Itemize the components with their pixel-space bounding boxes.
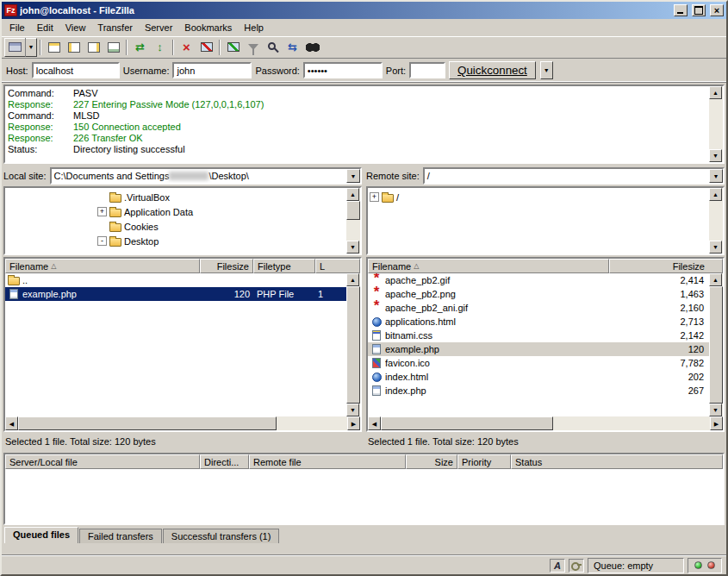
remote-list-hscrollbar[interactable]: ◀ ▶: [368, 416, 723, 430]
port-input[interactable]: [409, 62, 445, 78]
local-list-scrollbar[interactable]: ▲ ▼: [346, 273, 360, 416]
cancel-button[interactable]: ×: [177, 38, 196, 57]
quickconnect-button[interactable]: Quickconnect: [449, 61, 536, 79]
scroll-right-button[interactable]: ▶: [347, 416, 360, 430]
toggle-queue-button[interactable]: [103, 38, 123, 57]
menu-view[interactable]: View: [59, 20, 92, 35]
disconnect-button[interactable]: [196, 38, 216, 57]
menu-transfer[interactable]: Transfer: [91, 20, 139, 35]
tree-item[interactable]: +Application Data: [7, 204, 345, 219]
tree-expander[interactable]: +: [97, 207, 107, 216]
local-file-row[interactable]: ..: [5, 273, 360, 287]
find-button[interactable]: [302, 38, 322, 57]
tree-item[interactable]: Cookies: [7, 219, 345, 234]
refresh-button[interactable]: ⇄: [130, 38, 150, 57]
scroll-down-button[interactable]: ▼: [346, 241, 359, 254]
minimize-button[interactable]: [674, 4, 688, 16]
toggle-local-tree-button[interactable]: [64, 38, 84, 57]
local-site-combo[interactable]: C:\Documents and Settings\Desktop\ ▼: [50, 167, 362, 185]
filter-button[interactable]: [243, 38, 263, 57]
log-line: Response:226 Transfer OK: [8, 133, 706, 144]
php-file-icon: [372, 385, 381, 396]
sync-browsing-button[interactable]: ⇆: [283, 38, 302, 57]
tree-expander[interactable]: +: [370, 192, 379, 202]
scroll-left-button[interactable]: ◀: [5, 416, 18, 430]
encryption-indicator[interactable]: [569, 559, 584, 573]
toggle-remote-tree-button[interactable]: [84, 38, 103, 57]
username-input[interactable]: [172, 62, 252, 78]
menu-bookmarks[interactable]: Bookmarks: [178, 20, 238, 35]
scroll-up-button[interactable]: ▲: [346, 188, 359, 201]
remote-file-row[interactable]: applications.html2,713: [368, 315, 723, 329]
site-manager-dropdown[interactable]: ▼: [25, 38, 36, 57]
local-file-row-selected[interactable]: example.php 120 PHP File 1: [5, 287, 360, 301]
column-header-priority[interactable]: Priority: [457, 454, 511, 469]
password-input[interactable]: [303, 62, 383, 78]
local-site-dropdown[interactable]: ▼: [346, 169, 360, 183]
remote-tree-scrollbar[interactable]: ▲ ▼: [709, 188, 723, 254]
local-list-hscrollbar[interactable]: ◀ ▶: [5, 416, 360, 430]
tab-successful-transfers[interactable]: Successful transfers (1): [163, 529, 280, 543]
remote-site-combo[interactable]: / ▼: [423, 167, 725, 185]
queue-body[interactable]: [5, 469, 723, 523]
column-header-filename[interactable]: Filename△: [368, 259, 609, 273]
local-tree[interactable]: .VirtualBox +Application Data Cookies -D…: [3, 186, 362, 255]
disconnect-icon: [201, 42, 213, 52]
scroll-down-button[interactable]: ▼: [709, 149, 722, 162]
log-scrollbar[interactable]: ▲ ▼: [709, 86, 723, 162]
maximize-button[interactable]: [692, 4, 706, 16]
scroll-left-button[interactable]: ◀: [368, 416, 381, 430]
remote-tree[interactable]: +/ ▲ ▼: [366, 186, 725, 255]
scroll-down-button[interactable]: ▼: [709, 404, 722, 416]
column-header-server-local-file[interactable]: Server/Local file: [5, 454, 200, 469]
compare-button[interactable]: [263, 38, 283, 57]
column-header-filesize[interactable]: Filesize: [200, 259, 253, 273]
tree-item[interactable]: .VirtualBox: [7, 190, 345, 204]
site-manager-button[interactable]: ▼: [4, 38, 37, 57]
remote-site-dropdown[interactable]: ▼: [709, 169, 723, 183]
tree-item[interactable]: -Desktop: [7, 234, 345, 248]
local-tree-scrollbar[interactable]: ▲ ▼: [346, 188, 360, 254]
column-header-filesize[interactable]: Filesize: [609, 259, 723, 273]
remote-file-row[interactable]: *apache_pb2.gif2,414: [368, 273, 723, 287]
column-header-size[interactable]: Size: [406, 454, 457, 469]
remote-file-row[interactable]: index.html202: [368, 370, 723, 384]
tree-item[interactable]: +/: [370, 190, 707, 204]
reconnect-button[interactable]: [223, 38, 243, 57]
column-header-direction[interactable]: Directi...: [200, 454, 249, 469]
scroll-up-button[interactable]: ▲: [346, 273, 359, 286]
menu-file[interactable]: File: [3, 20, 31, 35]
remote-list-scrollbar[interactable]: ▲ ▼: [709, 273, 723, 416]
remote-file-list: Filename△ Filesize *apache_pb2.gif2,414 …: [366, 257, 725, 432]
tree-expander[interactable]: -: [97, 236, 107, 246]
scroll-right-button[interactable]: ▶: [710, 416, 723, 430]
scroll-down-button[interactable]: ▼: [346, 404, 359, 416]
close-button[interactable]: ×: [710, 4, 724, 16]
remote-file-row-selected[interactable]: example.php120: [368, 342, 723, 356]
transfer-type-indicator[interactable]: A: [550, 559, 565, 573]
remote-file-row[interactable]: *apache_pb2_ani.gif2,160: [368, 301, 723, 315]
remote-file-row[interactable]: bitnami.css2,142: [368, 329, 723, 342]
scroll-down-button[interactable]: ▼: [709, 241, 722, 254]
column-header-filetype[interactable]: Filetype: [253, 259, 315, 273]
column-header-modified[interactable]: L: [315, 259, 360, 273]
scroll-up-button[interactable]: ▲: [709, 86, 722, 99]
column-header-status[interactable]: Status: [511, 454, 723, 469]
remote-file-row[interactable]: *apache_pb2.png1,463: [368, 287, 723, 301]
process-queue-button[interactable]: ↕: [150, 38, 170, 57]
tab-failed-transfers[interactable]: Failed transfers: [79, 529, 162, 543]
menu-server[interactable]: Server: [139, 20, 178, 35]
remote-file-row[interactable]: favicon.ico7,782: [368, 356, 723, 370]
quickconnect-dropdown[interactable]: ▼: [540, 61, 553, 79]
tab-queued-files[interactable]: Queued files: [4, 527, 78, 543]
toggle-log-button[interactable]: [44, 38, 64, 57]
column-header-filename[interactable]: Filename△: [5, 259, 200, 273]
menu-help[interactable]: Help: [238, 20, 270, 35]
column-header-remote-file[interactable]: Remote file: [249, 454, 406, 469]
scroll-up-button[interactable]: ▲: [709, 273, 722, 286]
host-input[interactable]: [32, 62, 120, 78]
remote-file-row[interactable]: index.php267: [368, 384, 723, 398]
titlebar[interactable]: Fz john@localhost - FileZilla ×: [2, 2, 726, 19]
scroll-up-button[interactable]: ▲: [709, 188, 722, 201]
menu-edit[interactable]: Edit: [31, 20, 59, 35]
